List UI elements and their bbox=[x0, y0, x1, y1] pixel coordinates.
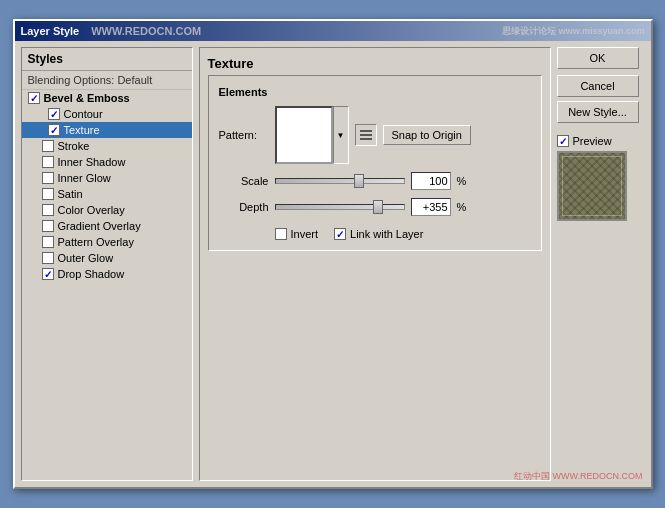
svg-rect-0 bbox=[360, 130, 372, 132]
sidebar-item-texture[interactable]: Texture bbox=[22, 122, 192, 138]
pattern-row: Pattern: ▼ bbox=[219, 106, 531, 164]
styles-header: Styles bbox=[22, 48, 192, 71]
inner-glow-checkbox[interactable] bbox=[42, 172, 54, 184]
sidebar-item-gradient-overlay[interactable]: Gradient Overlay bbox=[22, 218, 192, 234]
ok-button[interactable]: OK bbox=[557, 47, 639, 69]
depth-value-input[interactable] bbox=[411, 198, 451, 216]
elements-box: Elements Pattern: ▼ bbox=[208, 75, 542, 251]
preview-row: Preview bbox=[557, 135, 612, 147]
depth-slider[interactable] bbox=[275, 204, 405, 210]
sidebar-item-inner-glow[interactable]: Inner Glow bbox=[22, 170, 192, 186]
texture-checkbox[interactable] bbox=[48, 124, 60, 136]
outer-glow-checkbox[interactable] bbox=[42, 252, 54, 264]
preview-area: Preview bbox=[557, 135, 645, 221]
pattern-dropdown-button[interactable]: ▼ bbox=[333, 106, 349, 164]
preview-thumbnail bbox=[557, 151, 627, 221]
dialog-title: Layer Style bbox=[21, 25, 80, 37]
gradient-overlay-checkbox[interactable] bbox=[42, 220, 54, 232]
sidebar-item-color-overlay[interactable]: Color Overlay bbox=[22, 202, 192, 218]
inner-glow-label: Inner Glow bbox=[58, 172, 111, 184]
sidebar-item-bevel-emboss[interactable]: Bevel & Emboss bbox=[22, 90, 192, 106]
watermark-right: 思绿设计论坛 www.missyuan.com bbox=[502, 25, 644, 38]
sidebar-item-inner-shadow[interactable]: Inner Shadow bbox=[22, 154, 192, 170]
outer-glow-label: Outer Glow bbox=[58, 252, 114, 264]
sidebar-item-drop-shadow[interactable]: Drop Shadow bbox=[22, 266, 192, 282]
link-with-layer-label: Link with Layer bbox=[350, 228, 423, 240]
layer-style-dialog: Layer Style WWW.REDOCN.COM 思绿设计论坛 www.mi… bbox=[13, 19, 653, 489]
snap-to-origin-button[interactable]: Snap to Origin bbox=[383, 125, 471, 145]
color-overlay-label: Color Overlay bbox=[58, 204, 125, 216]
cancel-button[interactable]: Cancel bbox=[557, 75, 639, 97]
depth-thumb[interactable] bbox=[373, 200, 383, 214]
sidebar-item-contour[interactable]: Contour bbox=[22, 106, 192, 122]
preview-label: Preview bbox=[573, 135, 612, 147]
sidebar-item-pattern-overlay[interactable]: Pattern Overlay bbox=[22, 234, 192, 250]
svg-rect-2 bbox=[360, 138, 372, 140]
styles-panel: Styles Blending Options: Default Bevel &… bbox=[21, 47, 193, 481]
action-panel: OK Cancel New Style... Preview bbox=[557, 47, 645, 481]
sidebar-item-stroke[interactable]: Stroke bbox=[22, 138, 192, 154]
scale-label: Scale bbox=[219, 175, 269, 187]
link-with-layer-item: Link with Layer bbox=[334, 228, 423, 240]
sidebar-item-outer-glow[interactable]: Outer Glow bbox=[22, 250, 192, 266]
invert-item: Invert bbox=[275, 228, 319, 240]
scale-value-input[interactable] bbox=[411, 172, 451, 190]
blending-options-label[interactable]: Blending Options: Default bbox=[22, 71, 192, 90]
pattern-preview[interactable] bbox=[275, 106, 333, 164]
inner-shadow-checkbox[interactable] bbox=[42, 156, 54, 168]
section-title: Texture bbox=[208, 56, 542, 71]
texture-label: Texture bbox=[64, 124, 100, 136]
gradient-overlay-label: Gradient Overlay bbox=[58, 220, 141, 232]
contour-checkbox[interactable] bbox=[48, 108, 60, 120]
svg-rect-1 bbox=[360, 134, 372, 136]
texture-panel: Texture Elements Pattern: ▼ bbox=[199, 47, 551, 481]
bevel-emboss-label: Bevel & Emboss bbox=[44, 92, 130, 104]
options-row: Invert Link with Layer bbox=[275, 228, 531, 240]
watermark-left: WWW.REDOCN.COM bbox=[91, 25, 201, 37]
stroke-label: Stroke bbox=[58, 140, 90, 152]
title-bar: Layer Style WWW.REDOCN.COM 思绿设计论坛 www.mi… bbox=[15, 21, 651, 41]
depth-unit: % bbox=[457, 201, 467, 213]
inner-shadow-label: Inner Shadow bbox=[58, 156, 126, 168]
pattern-overlay-checkbox[interactable] bbox=[42, 236, 54, 248]
color-overlay-checkbox[interactable] bbox=[42, 204, 54, 216]
preview-checkbox[interactable] bbox=[557, 135, 569, 147]
elements-title: Elements bbox=[219, 86, 531, 98]
contour-label: Contour bbox=[64, 108, 103, 120]
scale-slider[interactable] bbox=[275, 178, 405, 184]
stroke-checkbox[interactable] bbox=[42, 140, 54, 152]
new-style-button[interactable]: New Style... bbox=[557, 101, 639, 123]
invert-label: Invert bbox=[291, 228, 319, 240]
pattern-label: Pattern: bbox=[219, 129, 269, 141]
depth-label: Depth bbox=[219, 201, 269, 213]
sidebar-item-satin[interactable]: Satin bbox=[22, 186, 192, 202]
scale-unit: % bbox=[457, 175, 467, 187]
bevel-emboss-checkbox[interactable] bbox=[28, 92, 40, 104]
depth-row: Depth % bbox=[219, 198, 531, 216]
invert-checkbox[interactable] bbox=[275, 228, 287, 240]
scale-thumb[interactable] bbox=[354, 174, 364, 188]
satin-label: Satin bbox=[58, 188, 83, 200]
options-icon bbox=[359, 128, 373, 142]
drop-shadow-label: Drop Shadow bbox=[58, 268, 125, 280]
scale-row: Scale % bbox=[219, 172, 531, 190]
pattern-options-button[interactable] bbox=[355, 124, 377, 146]
drop-shadow-checkbox[interactable] bbox=[42, 268, 54, 280]
bottom-watermark: 红动中国 WWW.REDOCN.COM bbox=[514, 470, 643, 483]
pattern-overlay-label: Pattern Overlay bbox=[58, 236, 134, 248]
link-with-layer-checkbox[interactable] bbox=[334, 228, 346, 240]
satin-checkbox[interactable] bbox=[42, 188, 54, 200]
